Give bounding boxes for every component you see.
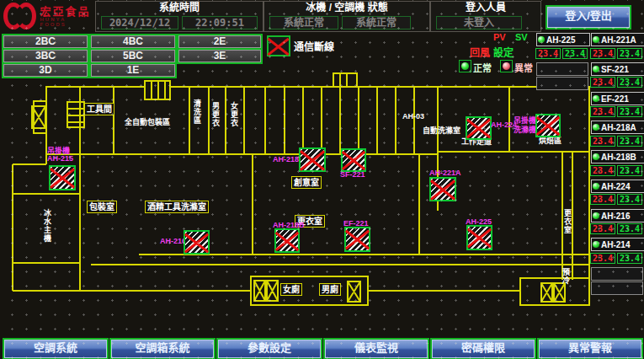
room-label: 自動洗滌室 (423, 125, 460, 136)
abnormal-lamp-icon (500, 60, 513, 72)
room-label: 女更衣 (229, 102, 240, 127)
nav-parameter-set-button[interactable]: 參數設定 (216, 338, 322, 359)
plan-unit-icon-ah-218a[interactable] (299, 147, 326, 172)
empty-cell (536, 62, 588, 76)
unit-ah-224[interactable]: AH-224 (591, 180, 644, 193)
plan-unit-label: AH-216 (160, 237, 186, 245)
unit-status-lamp-icon (593, 66, 599, 72)
unit-ef-221[interactable]: EF-221 (591, 92, 644, 105)
plan-unit-label: 洗滌機 (514, 124, 536, 135)
system-time-section: 系統時間 (95, 1, 263, 32)
sv-caption: 設定 (493, 45, 514, 59)
empty-cell (591, 281, 643, 295)
pv-caption: 回風 (470, 45, 490, 59)
room-label: 創意室 (291, 176, 322, 189)
nav-alarm-button[interactable]: 異常警報 (537, 338, 643, 359)
room-label: 冰水主機 (42, 209, 53, 243)
floor-button-1e[interactable]: 1E (89, 62, 177, 78)
nav-ahu-system-button[interactable]: 空調箱系統 (109, 338, 216, 359)
unit-status-lamp-icon (593, 212, 599, 219)
floor-button-3d[interactable]: 3D (2, 62, 89, 78)
normal-lamp-icon (459, 60, 471, 72)
nav-password-auth-button[interactable]: 密碼權限 (430, 338, 536, 359)
plan-unit-icon-laundry[interactable] (535, 114, 561, 137)
plan-unit-icon-ef-221[interactable] (344, 227, 370, 252)
login-section: 登入人員 (430, 1, 541, 32)
unit-status-lamp-icon (593, 124, 599, 131)
room-label: 包裝室 (87, 201, 117, 213)
empty-cell (536, 77, 588, 90)
unit-ah-221a[interactable]: AH-221A (591, 33, 644, 46)
plan-unit-label: AH-215 (47, 154, 73, 163)
unit-status-lamp-icon (538, 36, 545, 43)
room-label: AH-03 (402, 112, 424, 121)
unit-values: 23.423.4 (590, 77, 642, 88)
unit-status-lamp-icon (593, 241, 599, 248)
comm-loss-label: 通信斷線 (294, 39, 334, 53)
unit-status-lamp-icon (593, 183, 599, 190)
login-label: 登入人員 (431, 2, 540, 14)
plan-unit-icon-ah-218b[interactable] (274, 228, 300, 253)
room-label: 預冷 (561, 268, 572, 285)
brand-logo: 宏亞食品 HUNYA FOODS (3, 2, 94, 30)
logo-mark-icon (16, 3, 36, 29)
plan-unit-icon-sf-221[interactable] (341, 148, 366, 172)
plan-unit-icon-ah-216[interactable] (184, 230, 210, 255)
room-label: 男更衣 (210, 102, 221, 127)
unit-ah-225[interactable]: AH-225 (536, 33, 590, 46)
pv-label: PV (493, 32, 506, 42)
room-label: 女廁 (280, 283, 302, 296)
plan-unit-icon-ah-224[interactable] (466, 116, 492, 140)
unit-status-lamp-icon (593, 36, 599, 43)
unit-values: 23.423.4 (590, 136, 642, 147)
unit-status-lamp-icon (593, 95, 599, 102)
unit-sf-221[interactable]: SF-221 (591, 62, 644, 76)
unit-values: 23.423.4 (590, 165, 642, 176)
login-logout-button[interactable]: 登入/登出 (546, 5, 631, 29)
plan-unit-label: AH-221A (429, 169, 461, 177)
room-label: 更衣室 (562, 209, 573, 234)
unit-values: 23.423.4 (590, 194, 642, 205)
brand-name: 宏亞食品 (40, 6, 94, 17)
unit-values: 23.423.4 (590, 48, 642, 59)
unit-ah-214[interactable]: AH-214 (591, 238, 644, 251)
unit-values: 23.423.4 (590, 253, 642, 264)
comm-loss-icon (267, 35, 290, 56)
nav-meter-monitor-button[interactable]: 儀表監視 (323, 338, 429, 359)
plan-unit-icon-ah-215[interactable] (49, 165, 76, 190)
system-time-label: 系統時間 (96, 2, 263, 14)
plan-unit-label: SF-221 (340, 170, 365, 179)
unit-values: 23.423.4 (590, 223, 642, 234)
normal-label: 正常 (473, 61, 492, 74)
hmi-screen: 宏亞食品 HUNYA FOODS 系統時間 2024/12/12 22:09:5… (0, 0, 644, 359)
nav-ac-system-button[interactable]: 空調系統 (3, 338, 109, 359)
unit-ah-216[interactable]: AH-216 (591, 209, 644, 222)
brand-name-en: HUNYA FOODS (40, 17, 94, 27)
room-label: 酒精工具洗滌室 (145, 201, 209, 213)
room-label: 清洗區 (192, 99, 203, 125)
unit-values: 23.423.4 (590, 106, 642, 117)
empty-cell (591, 267, 643, 281)
sv-label: SV (515, 32, 528, 42)
machine-status-label: 冰機 / 空調機 狀態 (264, 2, 429, 14)
plan-unit-icon-ah-221a[interactable] (429, 177, 456, 201)
room-label: 工具間 (84, 103, 114, 115)
unit-ah-225-values: 23.4 23.4 (535, 48, 588, 59)
unit-ah-218b[interactable]: AH-218B (591, 150, 644, 163)
unit-ah-218a[interactable]: AH-218A (591, 121, 644, 134)
machine-status-section: 冰機 / 空調機 狀態 (263, 1, 430, 32)
room-label: 全自動包裝區 (125, 116, 170, 127)
floor-button-3e[interactable]: 3E (177, 48, 263, 64)
abnormal-label: 異常 (514, 61, 533, 74)
room-label: 男廁 (319, 283, 341, 296)
plan-unit-icon-ah-225[interactable] (466, 225, 492, 250)
unit-status-lamp-icon (593, 153, 599, 160)
